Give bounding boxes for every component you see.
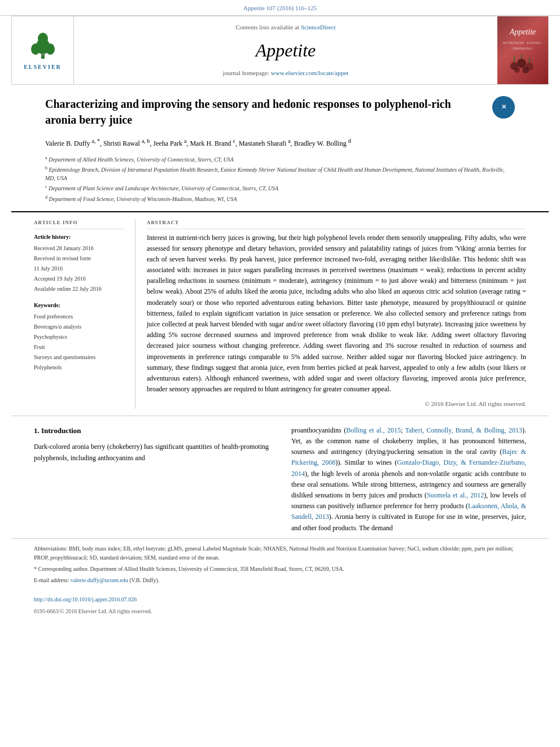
intro-col-left: 1. Introduction Dark-colored aronia berr… bbox=[11, 425, 280, 538]
ref-suomela-2012[interactable]: Suomela et al., 2012 bbox=[427, 491, 484, 499]
svg-point-2 bbox=[31, 43, 40, 55]
keyword-3: Psychophysics bbox=[34, 332, 124, 342]
corresponding-note: * Corresponding author. Department of Al… bbox=[34, 565, 526, 574]
doi-link[interactable]: http://dx.doi.org/10.1016/j.appet.2016.0… bbox=[34, 596, 137, 602]
svg-point-5 bbox=[41, 53, 45, 56]
abbreviations-note: Abbreviations: BMI, body mass index; EB,… bbox=[34, 544, 526, 562]
issn-line: 0195-6663/© 2016 Elsevier Ltd. All right… bbox=[11, 606, 549, 617]
article-info-header: ARTICLE INFO bbox=[34, 219, 124, 229]
elsevier-logo-area: ELSEVIER bbox=[12, 16, 74, 84]
intro-two-col: 1. Introduction Dark-colored aronia berr… bbox=[11, 425, 549, 538]
footer-notes: Abbreviations: BMI, body mass index; EB,… bbox=[11, 538, 549, 593]
journal-cover: Appetite NUTRITION · EATING · DRINKING bbox=[497, 16, 548, 84]
introduction-section: 1. Introduction Dark-colored aronia berr… bbox=[11, 416, 549, 538]
sciencedirect-link[interactable]: ScienceDirect bbox=[301, 24, 336, 30]
article-info-col: ARTICLE INFO Article history: Received 2… bbox=[11, 219, 135, 409]
cover-berries-icon bbox=[506, 52, 540, 75]
affiliations: a Department of Allied Health Sciences, … bbox=[45, 155, 515, 203]
keyword-2: Beverages/a analysis bbox=[34, 322, 124, 332]
article-header: ✕ Characterizing and improving the senso… bbox=[11, 85, 549, 213]
affiliation-d: d Department of Food Science, University… bbox=[45, 194, 515, 203]
affiliation-c: c Department of Plant Science and Landsc… bbox=[45, 184, 515, 193]
intro-col-right: proanthocyanidins (Bolling et al., 2015;… bbox=[280, 425, 549, 538]
abstract-col: ABSTRACT Interest in nutrient-rich berry… bbox=[135, 219, 549, 409]
contents-line: Contents lists available at ScienceDirec… bbox=[235, 23, 335, 32]
affiliation-a: a Department of Allied Health Sciences, … bbox=[45, 155, 515, 164]
keywords-section: Keywords: Food preferences Beverages/a a… bbox=[34, 301, 124, 373]
intro-right-text: proanthocyanidins (Bolling et al., 2015;… bbox=[291, 425, 526, 534]
journal-homepage-link[interactable]: www.elsevier.com/locate/appet bbox=[271, 69, 348, 76]
abstract-header: ABSTRACT bbox=[147, 219, 526, 229]
date-received: Received 28 January 2016 bbox=[34, 243, 124, 254]
ref-taheri-2013[interactable]: Taheri, Connolly, Brand, & Bolling, 2013 bbox=[405, 426, 522, 434]
page: Appetite 107 (2016) 116–125 ELSEVIER bbox=[0, 0, 560, 747]
journal-center: Contents lists available at ScienceDirec… bbox=[74, 16, 497, 84]
date-revised: 11 July 2016 bbox=[34, 264, 124, 274]
authors-list: Valerie B. Duffy a, *, Shristi Rawal a, … bbox=[45, 137, 515, 149]
keyword-5: Surveys and questionnaires bbox=[34, 352, 124, 362]
doi-line: http://dx.doi.org/10.1016/j.appet.2016.0… bbox=[11, 593, 549, 606]
date-revised-label: Received in revised form bbox=[34, 254, 124, 264]
svg-point-7 bbox=[517, 59, 526, 68]
email-note: E-mail address: valerie.duffy@uconn.edu … bbox=[34, 576, 526, 585]
svg-point-4 bbox=[38, 33, 48, 44]
cover-subtitle: NUTRITION · EATING · DRINKING bbox=[497, 40, 548, 52]
crossmark-badge: ✕ bbox=[492, 96, 515, 119]
affiliation-b: b Epidemiology Branch, Division of Intra… bbox=[45, 165, 515, 182]
elsevier-label: ELSEVIER bbox=[24, 63, 62, 71]
info-abstract-section: ARTICLE INFO Article history: Received 2… bbox=[11, 212, 549, 416]
article-title: Characterizing and improving the sensory… bbox=[45, 96, 515, 128]
svg-point-9 bbox=[514, 67, 520, 73]
date-accepted: Accepted 19 July 2016 bbox=[34, 274, 124, 284]
journal-title: Appetite bbox=[256, 37, 316, 64]
copyright-line: © 2016 Elsevier Ltd. All rights reserved… bbox=[147, 399, 526, 409]
svg-point-10 bbox=[522, 67, 529, 73]
elsevier-logo: ELSEVIER bbox=[23, 29, 63, 71]
journal-header: ELSEVIER Contents lists available at Sci… bbox=[11, 16, 549, 85]
citation-text: Appetite 107 (2016) 116–125 bbox=[243, 5, 317, 11]
keyword-6: Polyphenols bbox=[34, 362, 124, 373]
intro-section-title: 1. Introduction bbox=[34, 425, 269, 436]
cover-image-area: Appetite NUTRITION · EATING · DRINKING bbox=[497, 16, 548, 84]
intro-left-text: Dark-colored aronia berry (chokeberry) h… bbox=[34, 442, 269, 463]
elsevier-tree-icon bbox=[23, 29, 63, 60]
email-link[interactable]: valerie.duffy@uconn.edu bbox=[71, 577, 128, 583]
keyword-1: Food preferences bbox=[34, 312, 124, 322]
ref-bolling-2015[interactable]: Bolling et al., 2015 bbox=[346, 426, 401, 434]
cover-journal-title: Appetite bbox=[510, 26, 536, 38]
article-history-label: Article history: bbox=[34, 233, 124, 241]
date-available: Available online 22 July 2016 bbox=[34, 284, 124, 294]
top-citation-bar: Appetite 107 (2016) 116–125 bbox=[0, 0, 560, 16]
keyword-4: Fruit bbox=[34, 342, 124, 352]
abstract-text: Interest in nutrient-rich berry juices i… bbox=[147, 233, 526, 395]
keywords-label: Keywords: bbox=[34, 301, 124, 309]
ref-laaksonen-2013[interactable]: Laaksonen, Ahola, & Sandell, 2013 bbox=[291, 502, 526, 521]
homepage-line: journal homepage: www.elsevier.com/locat… bbox=[223, 68, 348, 78]
svg-point-3 bbox=[46, 43, 55, 55]
